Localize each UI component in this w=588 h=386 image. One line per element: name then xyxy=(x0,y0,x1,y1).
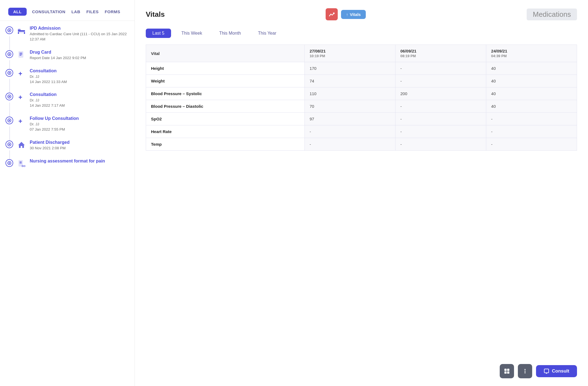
svg-rect-40 xyxy=(504,371,507,374)
tl-title: Nursing assessment format for pain xyxy=(30,159,134,164)
tab-all[interactable]: ALL xyxy=(8,8,27,16)
filter-last5[interactable]: Last 5 xyxy=(146,29,171,38)
tl-expand-icon[interactable] xyxy=(6,93,13,100)
tl-expand-icon[interactable] xyxy=(6,26,13,34)
file-icon: DOC xyxy=(17,159,26,169)
col-date-2: 06/09/21 xyxy=(400,49,481,53)
tl-desc: Dr. JJ07 Jan 2022 7:55 PM xyxy=(30,122,134,132)
more-options-button[interactable] xyxy=(518,364,532,378)
vital-name: Weight xyxy=(146,75,305,87)
right-panel: Vitals ↑ Vitals Medications Last 5 This … xyxy=(135,0,588,386)
tl-title: Patient Discharged xyxy=(30,140,134,145)
filter-this-year[interactable]: This Year xyxy=(251,29,283,38)
svg-text:DOC: DOC xyxy=(22,165,26,167)
col-time-3: 04:39 PM xyxy=(491,54,572,58)
col-date-1: 27/08/21 xyxy=(310,49,390,53)
trend-button[interactable] xyxy=(326,8,338,20)
tl-title: Drug Card xyxy=(30,50,134,55)
list-item: Drug Card Report Date 14 Jan 2022 9:02 P… xyxy=(6,50,134,61)
table-row: Blood Pressure – Systolic 110 200 40 xyxy=(146,87,577,100)
list-item: + Follow Up Consultation Dr. JJ07 Jan 20… xyxy=(6,116,134,132)
svg-point-42 xyxy=(524,369,526,370)
col-time-1: 10:19 PM xyxy=(310,54,390,58)
table-row: SpO2 97 - - xyxy=(146,113,577,125)
vital-name: Heart Rate xyxy=(146,125,305,138)
svg-text:+: + xyxy=(18,93,22,101)
vital-value: 40 xyxy=(486,62,577,75)
tab-consultation[interactable]: CONSULTATION xyxy=(32,8,66,15)
list-item: DOC Nursing assessment format for pain xyxy=(6,159,134,169)
vital-value: - xyxy=(304,125,395,138)
svg-point-43 xyxy=(524,371,526,372)
svg-rect-13 xyxy=(20,54,22,54)
tl-expand-icon[interactable] xyxy=(6,140,13,148)
vital-value: - xyxy=(395,62,486,75)
vital-value: 170 xyxy=(304,62,395,75)
svg-rect-36 xyxy=(20,163,22,163)
table-row: Heart Rate - - - xyxy=(146,125,577,138)
tl-content: Consultation Dr. JJ14 Jan 2022 11:33 AM xyxy=(30,68,134,85)
vital-value: 97 xyxy=(304,113,395,125)
tl-title: IPD Admission xyxy=(30,26,134,31)
table-row: Temp - - - xyxy=(146,138,577,151)
tab-bar: ALL CONSULTATION LAB FILES FORMS xyxy=(0,0,134,21)
timeline: IPD Admission Admitted to Cardiac Care U… xyxy=(0,21,134,386)
tab-files[interactable]: FILES xyxy=(86,8,99,15)
vitals-table: Vital 27/08/21 10:19 PM 06/09/21 08:19 P… xyxy=(146,45,577,151)
vital-value: - xyxy=(395,75,486,87)
svg-rect-38 xyxy=(504,369,507,371)
vital-name: Temp xyxy=(146,138,305,151)
left-panel: ALL CONSULTATION LAB FILES FORMS xyxy=(0,0,135,386)
header-buttons: ↑ Vitals xyxy=(326,8,366,20)
svg-rect-14 xyxy=(20,55,21,56)
svg-rect-6 xyxy=(24,32,25,34)
tl-content: Patient Discharged 30 Nov 2021 2:08 PM xyxy=(30,140,134,151)
consult-button[interactable]: Consult xyxy=(536,365,577,377)
vital-value: - xyxy=(395,125,486,138)
vitals-title: Vitals xyxy=(146,10,165,19)
svg-marker-30 xyxy=(18,142,25,148)
vital-name: Blood Pressure – Systolic xyxy=(146,87,305,100)
col-time-2: 08:19 PM xyxy=(400,54,481,58)
vital-name: Height xyxy=(146,62,305,75)
consultation-icon: + xyxy=(17,92,26,102)
filter-this-week[interactable]: This Week xyxy=(175,29,209,38)
tl-title: Consultation xyxy=(30,92,134,97)
tl-expand-icon[interactable] xyxy=(6,50,13,58)
table-row: Weight 74 - 40 xyxy=(146,75,577,87)
list-item: + Consultation Dr. JJ14 Jan 2022 7:17 AM xyxy=(6,92,134,108)
vital-label: Vital xyxy=(151,51,160,56)
bottom-bar: Consult xyxy=(500,364,577,378)
svg-rect-7 xyxy=(18,29,21,31)
tl-content: Follow Up Consultation Dr. JJ07 Jan 2022… xyxy=(30,116,134,132)
filter-bar: Last 5 This Week This Month This Year xyxy=(146,29,577,38)
tl-title: Follow Up Consultation xyxy=(30,116,134,121)
date-col-3: 24/09/21 04:39 PM xyxy=(486,45,577,62)
vital-value: 40 xyxy=(486,87,577,100)
tl-content: IPD Admission Admitted to Cardiac Care U… xyxy=(30,26,134,42)
vital-value: - xyxy=(395,138,486,151)
list-item: IPD Admission Admitted to Cardiac Care U… xyxy=(6,26,134,42)
tl-title: Consultation xyxy=(30,68,134,73)
svg-rect-45 xyxy=(544,369,549,373)
tl-expand-icon[interactable] xyxy=(6,117,13,124)
vital-value: 40 xyxy=(486,100,577,113)
consult-label: Consult xyxy=(552,368,569,374)
tl-expand-icon[interactable] xyxy=(6,69,13,77)
tab-lab[interactable]: LAB xyxy=(71,8,81,15)
tl-desc: Dr. JJ14 Jan 2022 11:33 AM xyxy=(30,74,134,85)
tl-content: Nursing assessment format for pain xyxy=(30,159,134,164)
vital-value: - xyxy=(486,138,577,151)
grid-view-button[interactable] xyxy=(500,364,514,378)
svg-rect-39 xyxy=(507,369,509,371)
bed-icon xyxy=(17,26,26,36)
vital-name: SpO2 xyxy=(146,113,305,125)
svg-rect-35 xyxy=(20,162,22,162)
vitals-button[interactable]: ↑ Vitals xyxy=(341,10,366,19)
vital-name: Blood Pressure – Diastolic xyxy=(146,100,305,113)
tl-expand-icon[interactable] xyxy=(6,159,13,167)
date-col-2: 06/09/21 08:19 PM xyxy=(395,45,486,62)
svg-rect-12 xyxy=(20,53,22,53)
tab-forms[interactable]: FORMS xyxy=(104,8,121,15)
filter-this-month[interactable]: This Month xyxy=(213,29,248,38)
